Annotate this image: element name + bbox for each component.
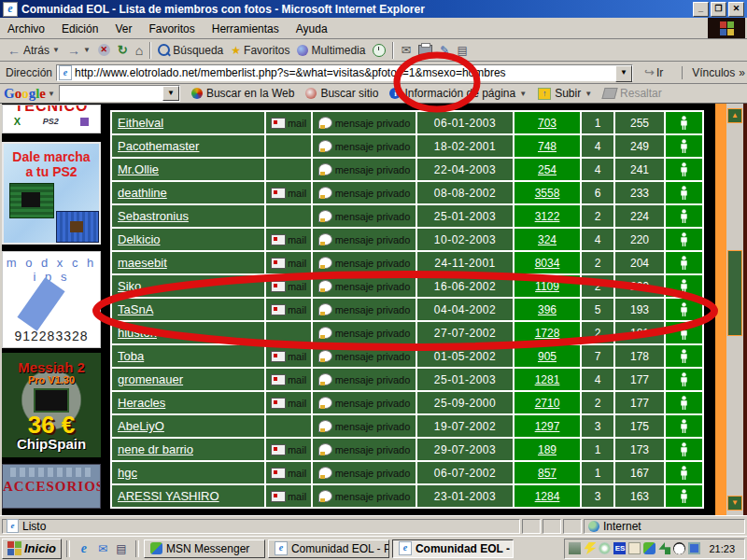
- quicklaunch-outlook-icon[interactable]: ✉: [95, 541, 110, 556]
- search-web-button[interactable]: Buscar en la Web: [186, 87, 301, 100]
- private-message-icon[interactable]: [318, 303, 332, 315]
- network-connection-icon[interactable]: [688, 542, 700, 554]
- back-dropdown-icon[interactable]: ▼: [52, 46, 60, 54]
- private-message-link[interactable]: mensaje privado: [335, 468, 411, 479]
- private-message-link[interactable]: mensaje privado: [335, 164, 411, 175]
- scroll-up-button[interactable]: ▲: [727, 108, 742, 123]
- private-message-link[interactable]: mensaje privado: [335, 304, 411, 315]
- visits-count-link[interactable]: 3122: [535, 210, 560, 223]
- mail-link[interactable]: mail: [288, 281, 306, 292]
- private-message-icon[interactable]: [318, 350, 332, 362]
- member-name-link[interactable]: TaSnA: [118, 302, 153, 316]
- mail-link[interactable]: mail: [288, 304, 306, 315]
- member-name-link[interactable]: Eithelval: [118, 116, 163, 130]
- taskbar-button-comunidad-eol-pa[interactable]: eComunidad EOL - Pa...: [268, 539, 389, 558]
- google-dropdown-icon[interactable]: ▼: [48, 90, 55, 98]
- stop-button[interactable]: ✕: [94, 43, 114, 57]
- menu-ayuda[interactable]: Ayuda: [296, 22, 328, 35]
- private-message-icon[interactable]: [318, 117, 332, 129]
- page-info-button[interactable]: iInformación de página▼: [384, 87, 532, 100]
- visits-count-link[interactable]: 3558: [535, 187, 560, 200]
- member-name-link[interactable]: Heracles: [118, 396, 165, 410]
- private-message-link[interactable]: mensaje privado: [335, 141, 411, 152]
- visits-count-link[interactable]: 1284: [535, 490, 560, 503]
- mail-envelope-icon[interactable]: [271, 351, 286, 362]
- private-message-link[interactable]: mensaje privado: [335, 258, 411, 269]
- private-message-link[interactable]: mensaje privado: [335, 491, 411, 502]
- links-button[interactable]: Vínculos»: [682, 66, 745, 79]
- menu-favoritos[interactable]: Favoritos: [148, 22, 194, 35]
- home-button[interactable]: ⌂: [132, 42, 147, 59]
- private-message-link[interactable]: mensaje privado: [335, 374, 411, 385]
- up-button[interactable]: ↑Subir▼: [532, 87, 598, 100]
- visits-count-link[interactable]: 1728: [535, 327, 560, 340]
- private-message-icon[interactable]: [318, 373, 332, 385]
- member-name-link[interactable]: ARESSI YASHIRO: [118, 489, 219, 503]
- mail-link[interactable]: mail: [288, 374, 306, 385]
- menu-ver[interactable]: Ver: [115, 22, 132, 35]
- visits-count-link[interactable]: 1109: [535, 280, 559, 293]
- mail-envelope-icon[interactable]: [271, 234, 286, 245]
- mail-button[interactable]: ✉: [397, 42, 415, 58]
- menu-herramientas[interactable]: Herramientas: [212, 22, 279, 35]
- ad-banner-tecnico[interactable]: TECNICO X PS2: [2, 105, 101, 133]
- forward-button[interactable]: →▼: [63, 42, 94, 59]
- quicklaunch-ie-icon[interactable]: e: [77, 541, 92, 556]
- lightning-icon[interactable]: [584, 542, 596, 554]
- google-logo[interactable]: Google: [4, 86, 46, 102]
- private-message-icon[interactable]: [318, 280, 332, 292]
- search-button[interactable]: Búsqueda: [154, 43, 227, 58]
- mail-envelope-icon[interactable]: [271, 118, 286, 129]
- mail-link[interactable]: mail: [288, 118, 306, 129]
- go-button[interactable]: ↪Ir: [639, 64, 669, 80]
- mail-link[interactable]: mail: [288, 491, 306, 502]
- printer-share-icon[interactable]: [569, 542, 581, 554]
- member-name-link[interactable]: Siko: [118, 279, 141, 293]
- quicklaunch-show-desktop-icon[interactable]: ▤: [114, 541, 129, 556]
- visits-count-link[interactable]: 748: [538, 140, 557, 153]
- visits-count-link[interactable]: 8034: [535, 257, 560, 270]
- search-site-button[interactable]: Buscar sitio: [300, 87, 384, 100]
- private-message-link[interactable]: mensaje privado: [335, 118, 411, 129]
- member-name-link[interactable]: AbeLiyO: [118, 419, 164, 433]
- google-search-input[interactable]: ▼: [59, 85, 180, 102]
- visits-count-link[interactable]: 857: [538, 467, 557, 480]
- favorites-button[interactable]: ★Favoritos: [227, 43, 293, 58]
- ad-banner-modxchips[interactable]: m o d x c h i p s 912283328: [2, 251, 101, 348]
- private-message-icon[interactable]: [318, 443, 332, 455]
- private-message-link[interactable]: mensaje privado: [335, 444, 411, 455]
- private-message-icon[interactable]: [318, 327, 332, 339]
- menu-archivo[interactable]: Archivo: [7, 22, 45, 35]
- mail-envelope-icon[interactable]: [271, 374, 286, 385]
- private-message-icon[interactable]: [318, 233, 332, 245]
- mail-link[interactable]: mail: [288, 351, 306, 362]
- member-name-link[interactable]: Delkicio: [118, 232, 161, 246]
- ad-banner-accesorios[interactable]: ACCESORIOS: [2, 464, 101, 509]
- private-message-icon[interactable]: [318, 490, 332, 502]
- menu-edicion[interactable]: Edición: [62, 22, 98, 35]
- address-dropdown-icon[interactable]: ▼: [615, 65, 632, 82]
- close-button[interactable]: ✕: [728, 2, 744, 17]
- visits-count-link[interactable]: 189: [538, 443, 557, 456]
- discuss-button[interactable]: ▤: [453, 43, 471, 58]
- print-button[interactable]: [415, 44, 436, 56]
- private-message-link[interactable]: mensaje privado: [335, 421, 411, 432]
- private-message-icon[interactable]: [318, 467, 332, 479]
- forward-dropdown-icon[interactable]: ▼: [83, 46, 91, 54]
- visits-count-link[interactable]: 703: [538, 117, 557, 130]
- mail-envelope-icon[interactable]: [271, 491, 286, 502]
- mail-envelope-icon[interactable]: [271, 444, 286, 455]
- scroll-down-button[interactable]: ▼: [727, 496, 742, 511]
- scrollbar-thumb[interactable]: [727, 250, 742, 336]
- member-name-link[interactable]: maesebit: [118, 256, 167, 270]
- member-name-link[interactable]: gromenauer: [118, 372, 183, 386]
- member-name-link[interactable]: hiuston: [118, 326, 157, 340]
- private-message-link[interactable]: mensaje privado: [335, 234, 411, 245]
- address-input[interactable]: e http://www.elotrolado.net/memberlist.p…: [56, 64, 633, 81]
- visits-count-link[interactable]: 254: [538, 163, 557, 176]
- msn-messenger-icon[interactable]: [643, 542, 655, 554]
- private-message-icon[interactable]: [318, 140, 332, 152]
- mail-envelope-icon[interactable]: [271, 188, 286, 199]
- private-message-link[interactable]: mensaje privado: [335, 281, 411, 292]
- private-message-link[interactable]: mensaje privado: [335, 398, 411, 409]
